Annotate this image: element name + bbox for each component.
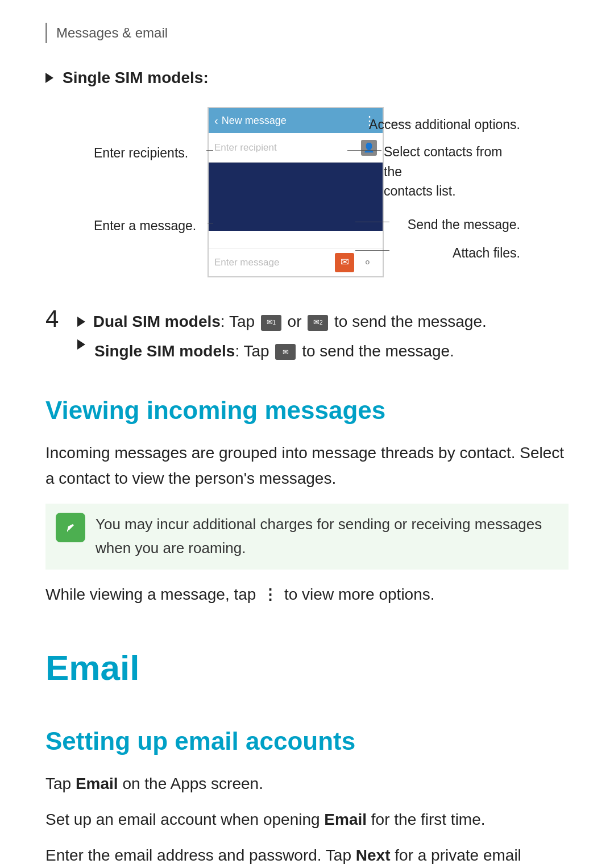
annotation-send-message: Send the message.	[408, 215, 520, 235]
or-text: or	[288, 313, 306, 330]
dual-sim-line: Dual SIM models: Tap ✉1 or ✉2 to send th…	[77, 309, 569, 335]
single-sim-label: Single SIM models	[94, 342, 235, 360]
contacts-icon: 👤	[361, 140, 377, 156]
annotation-attach-files: Attach files.	[453, 243, 520, 263]
more-options-inline-icon: ⋮	[263, 586, 277, 603]
triangle-icon-2	[77, 317, 85, 327]
back-arrow-icon: ‹	[214, 112, 218, 129]
breadcrumb: Messages & email	[45, 23, 569, 43]
phone-body	[209, 163, 383, 231]
phone-mockup: ‹ New message ⋮ Enter recipient 👤 Enter …	[208, 107, 384, 277]
annotation-select-contacts: Select contacts from thecontacts list.	[384, 142, 520, 201]
page: Messages & email Single SIM models: ‹ Ne…	[0, 0, 614, 868]
triangle-icon	[45, 73, 53, 83]
diagram-area: ‹ New message ⋮ Enter recipient 👤 Enter …	[45, 107, 569, 283]
annotation-line-2	[206, 150, 213, 151]
email-heading: Email	[45, 641, 569, 694]
email-bold-1: Email	[76, 775, 118, 792]
viewing-body-2: While viewing a message, tap ⋮ to view m…	[45, 582, 569, 608]
setup-p1: Tap Email on the Apps screen.	[45, 771, 569, 797]
single-sim-sub-step: Single SIM models: Tap ✉ to send the mes…	[77, 339, 569, 363]
message-placeholder: Enter message	[214, 255, 279, 270]
annotation-line-5	[355, 222, 389, 222]
email-bold-2: Email	[324, 811, 367, 828]
annotation-access-options: Access additional options.	[369, 115, 520, 135]
note-icon	[56, 513, 85, 542]
attach-button: ⚬	[358, 253, 377, 272]
dual-sim-label: Dual SIM models	[93, 313, 221, 330]
send-sim1-icon: ✉1	[261, 315, 281, 331]
annotation-line-1	[378, 123, 412, 123]
phone-title-text: New message	[222, 113, 287, 128]
annotation-line-4	[208, 223, 213, 223]
setup-heading: Setting up email accounts	[45, 722, 569, 760]
send-button: ✉	[335, 253, 354, 272]
next-bold: Next	[356, 846, 391, 864]
setup-p3: Enter the email address and password. Ta…	[45, 843, 569, 868]
note-text: You may incur additional charges for sen…	[96, 513, 558, 560]
send-icon: ✉	[341, 255, 349, 270]
phone-message-bar: Enter message ✉ ⚬	[209, 248, 383, 276]
phone-recipient-bar: Enter recipient 👤	[209, 133, 383, 163]
step-4-row: 4 Dual SIM models: Tap ✉1 or ✉2 to send …	[45, 306, 569, 363]
viewing-heading: Viewing incoming messages	[45, 392, 569, 429]
recipient-placeholder: Enter recipient	[214, 140, 277, 155]
attach-icon: ⚬	[363, 254, 372, 271]
send-single-icon: ✉	[275, 344, 296, 360]
pencil-icon	[63, 520, 78, 535]
annotation-enter-recipients: Enter recipients.	[94, 143, 188, 163]
phone-title-bar: ‹ New message ⋮	[209, 108, 383, 133]
setup-p2: Set up an email account when opening Ema…	[45, 807, 569, 833]
triangle-icon-3	[77, 339, 85, 350]
viewing-body-1: Incoming messages are grouped into messa…	[45, 441, 569, 492]
send-sim2-icon: ✉2	[308, 315, 328, 331]
step-number: 4	[45, 306, 68, 332]
step-4-content: Dual SIM models: Tap ✉1 or ✉2 to send th…	[77, 306, 569, 363]
annotation-enter-message: Enter a message.	[94, 216, 196, 236]
annotation-line-3	[347, 150, 381, 151]
annotation-line-6	[355, 250, 389, 251]
note-box: You may incur additional charges for sen…	[45, 504, 569, 569]
diagram-container: ‹ New message ⋮ Enter recipient 👤 Enter …	[94, 107, 520, 283]
single-sim-heading: Single SIM models:	[45, 66, 569, 90]
